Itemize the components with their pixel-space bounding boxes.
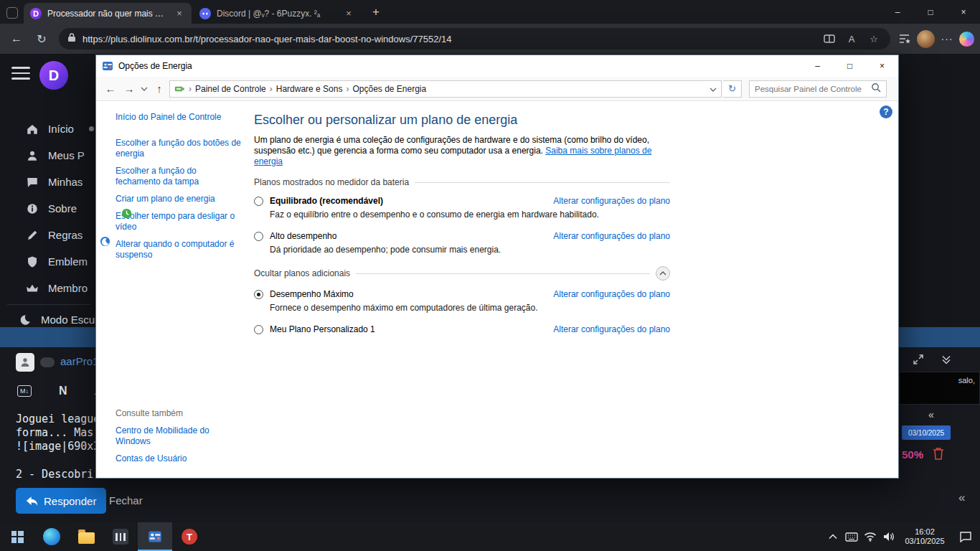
network-icon[interactable] bbox=[861, 522, 880, 551]
sidebar-link-power-buttons[interactable]: Escolher a função dos botões de energia bbox=[116, 138, 243, 159]
address-bar[interactable]: https://plus.diolinux.com.br/t/processad… bbox=[59, 28, 890, 50]
forum-sidebar: Início Meus P Minhas Sobre Regras Em bbox=[0, 116, 95, 301]
address-dropdown-icon[interactable] bbox=[710, 84, 717, 94]
back-button[interactable]: ← bbox=[102, 80, 119, 98]
browser-minimize-button[interactable]: – bbox=[881, 0, 914, 24]
sidebar-item-sobre[interactable]: Sobre bbox=[0, 195, 95, 222]
markdown-icon[interactable]: M↓ bbox=[17, 385, 32, 397]
reply-to-username[interactable]: aarPro1 bbox=[60, 355, 95, 367]
tab-discord[interactable]: Discord | @ᵥ? - 6Puzzyx. ²ₐ × bbox=[193, 3, 361, 24]
forum-logo[interactable]: D bbox=[39, 61, 68, 90]
timeline-date-chip[interactable]: 03/10/2025 bbox=[902, 425, 951, 440]
control-panel-search-input[interactable] bbox=[755, 85, 871, 93]
sidebar-item-membros[interactable]: Membro bbox=[0, 275, 95, 301]
change-plan-settings-link[interactable]: Alterar configurações do plano bbox=[553, 196, 670, 206]
change-plan-settings-link[interactable]: Alterar configurações do plano bbox=[553, 231, 670, 241]
refresh-button[interactable]: ↻ bbox=[31, 28, 52, 50]
plan-name[interactable]: Alto desempenho bbox=[270, 231, 336, 241]
reply-to-avatar[interactable] bbox=[16, 353, 34, 372]
history-dropdown-icon[interactable] bbox=[139, 80, 149, 98]
workspaces-icon[interactable] bbox=[6, 7, 18, 19]
delete-image-icon[interactable] bbox=[933, 447, 944, 463]
start-button[interactable] bbox=[0, 522, 34, 551]
taskbar: T 16:02 03/10/2025 bbox=[0, 522, 980, 551]
favorites-hub-icon[interactable] bbox=[897, 31, 913, 47]
site-lock-icon[interactable] bbox=[67, 32, 76, 45]
edge-icon bbox=[43, 528, 60, 545]
sidebar-link-create-plan[interactable]: Criar um plano de energia bbox=[116, 194, 243, 204]
window-titlebar[interactable]: Opções de Energia – □ × bbox=[96, 55, 898, 77]
sidebar-item-emblemas[interactable]: Emblem bbox=[0, 248, 95, 275]
expand-composer-icon[interactable] bbox=[913, 354, 924, 368]
breadcrumb-hardware-sons[interactable]: Hardware e Sons bbox=[276, 84, 343, 94]
collapse-sidebar-icon[interactable]: « bbox=[958, 491, 965, 505]
search-icon[interactable] bbox=[871, 83, 881, 95]
browser-tabstrip: D Processador não quer mais dar boost no… bbox=[0, 0, 980, 24]
close-composer-button[interactable]: Fechar bbox=[109, 494, 143, 507]
read-aloud-icon[interactable]: A bbox=[844, 31, 859, 47]
sidebar-item-regras[interactable]: Regras bbox=[0, 222, 95, 248]
sidebar-link-sleep-timeout[interactable]: Alterar quando o computador é suspenso bbox=[116, 239, 243, 260]
close-tab-icon[interactable]: × bbox=[174, 8, 185, 19]
plan-name[interactable]: Desempenho Máximo bbox=[270, 289, 354, 299]
taskbar-clock[interactable]: 16:02 03/10/2025 bbox=[898, 527, 951, 546]
help-button[interactable]: ? bbox=[880, 105, 892, 118]
taskbar-file-explorer[interactable] bbox=[69, 522, 103, 551]
change-plan-settings-link[interactable]: Alterar configurações do plano bbox=[553, 289, 670, 299]
forward-button[interactable]: → bbox=[121, 80, 138, 98]
volume-icon[interactable] bbox=[880, 522, 898, 551]
composer-editor[interactable]: Joguei league forma... Mas ![image|690x3 bbox=[16, 413, 100, 453]
close-button[interactable]: × bbox=[866, 55, 898, 77]
taskbar-edge[interactable] bbox=[34, 522, 69, 551]
profile-avatar[interactable] bbox=[917, 30, 935, 48]
sidebar-item-minhas-mensagens[interactable]: Minhas bbox=[0, 169, 95, 195]
plan-radio-selected[interactable] bbox=[254, 290, 263, 299]
copilot-icon[interactable] bbox=[959, 32, 974, 47]
taskbar-app[interactable] bbox=[103, 522, 138, 551]
tab-diolinux-topic[interactable]: D Processador não quer mais dar boost no… bbox=[24, 3, 192, 24]
hidden-icons-chevron[interactable] bbox=[824, 522, 842, 551]
taskbar-t-app[interactable]: T bbox=[172, 522, 207, 551]
breadcrumb-opcoes-energia[interactable]: Opções de Energia bbox=[352, 84, 426, 94]
notification-center-icon[interactable] bbox=[951, 522, 980, 551]
breadcrumb-control-panel[interactable]: Painel de Controle bbox=[195, 84, 266, 94]
info-icon bbox=[26, 202, 39, 215]
collapse-group-button[interactable] bbox=[656, 266, 670, 281]
browser-close-button[interactable]: × bbox=[947, 0, 980, 24]
refresh-button[interactable]: ↻ bbox=[723, 80, 742, 98]
browser-menu-icon[interactable]: ··· bbox=[939, 31, 955, 47]
sidebar-link-lid-close[interactable]: Escolher a função do fechamento da tampa bbox=[116, 166, 243, 187]
hamburger-menu-icon[interactable] bbox=[11, 67, 30, 80]
minimize-composer-icon[interactable] bbox=[941, 354, 951, 367]
sidebar-link-home[interactable]: Início do Painel de Controle bbox=[116, 112, 243, 123]
minimize-button[interactable]: – bbox=[801, 55, 834, 77]
dark-mode-label: Modo Escur bbox=[41, 314, 98, 326]
touch-keyboard-icon[interactable] bbox=[842, 522, 861, 551]
sidebar-item-label: Início bbox=[48, 123, 74, 135]
plan-radio[interactable] bbox=[254, 197, 263, 206]
up-button[interactable]: ↑ bbox=[151, 80, 168, 98]
maximize-button[interactable]: □ bbox=[834, 55, 866, 77]
plan-radio[interactable] bbox=[254, 232, 263, 241]
sidebar-item-meus-posts[interactable]: Meus P bbox=[0, 142, 95, 169]
plan-radio[interactable] bbox=[254, 325, 263, 334]
see-also-mobility-center[interactable]: Centro de Mobilidade do Windows bbox=[116, 425, 237, 447]
back-button[interactable]: ← bbox=[6, 28, 27, 50]
bold-button[interactable]: N bbox=[59, 385, 67, 397]
split-screen-icon[interactable] bbox=[821, 31, 837, 47]
change-plan-settings-link[interactable]: Alterar configurações do plano bbox=[553, 324, 670, 334]
favorite-star-icon[interactable]: ☆ bbox=[866, 31, 882, 47]
taskbar-power-options-active[interactable] bbox=[138, 522, 172, 551]
new-tab-button[interactable]: + bbox=[367, 3, 385, 22]
sidebar-item-inicio[interactable]: Início bbox=[0, 116, 95, 142]
breadcrumb-bar[interactable]: › Painel de Controle › Hardware e Sons ›… bbox=[169, 80, 722, 98]
image-scale-button[interactable]: 50% bbox=[902, 448, 923, 461]
see-also-user-accounts[interactable]: Contas de Usuário bbox=[116, 453, 237, 464]
browser-maximize-button[interactable]: □ bbox=[914, 0, 947, 24]
group-label: Planos mostrados no medidor da bateria bbox=[254, 177, 409, 187]
plan-name[interactable]: Meu Plano Personalizado 1 bbox=[270, 324, 375, 334]
timeline-collapse-icon[interactable]: « bbox=[928, 409, 934, 420]
plan-name[interactable]: Equilibrado (recomendável) bbox=[270, 196, 383, 206]
close-tab-icon[interactable]: × bbox=[343, 8, 354, 19]
reply-submit-button[interactable]: Responder bbox=[16, 488, 106, 514]
